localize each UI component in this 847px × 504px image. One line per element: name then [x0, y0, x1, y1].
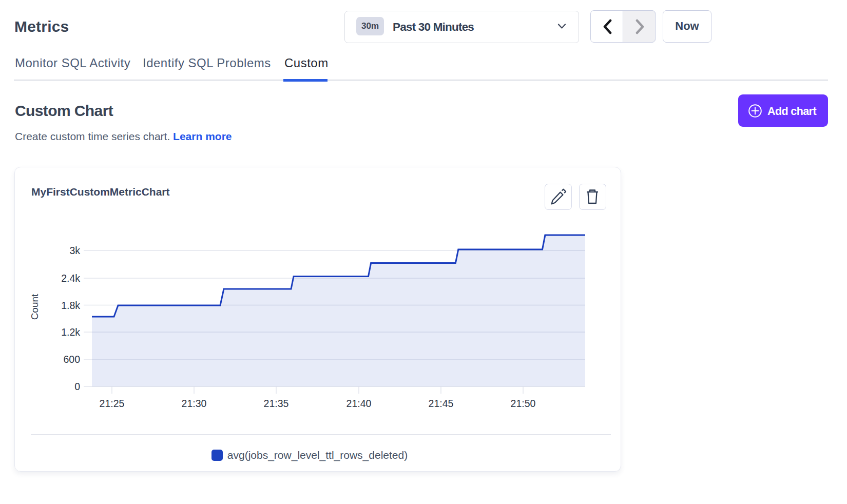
- svg-text:2.4k: 2.4k: [61, 273, 80, 284]
- svg-text:21:50: 21:50: [511, 398, 536, 409]
- svg-text:21:30: 21:30: [182, 398, 207, 409]
- svg-text:1.2k: 1.2k: [61, 326, 80, 338]
- svg-text:1.8k: 1.8k: [61, 300, 80, 311]
- svg-text:21:25: 21:25: [100, 398, 125, 409]
- svg-text:Count: Count: [29, 294, 40, 320]
- svg-text:3k: 3k: [69, 245, 80, 256]
- svg-text:21:45: 21:45: [429, 398, 454, 409]
- svg-text:0: 0: [74, 381, 80, 392]
- svg-text:600: 600: [63, 354, 80, 365]
- svg-text:21:35: 21:35: [264, 398, 289, 409]
- svg-text:21:40: 21:40: [346, 398, 372, 409]
